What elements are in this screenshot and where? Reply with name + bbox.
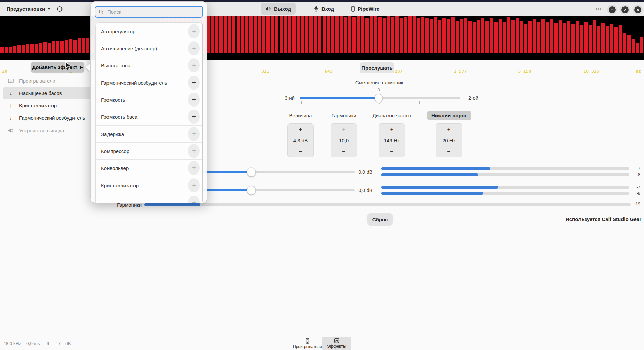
reset-button[interactable]: Сброс — [367, 213, 393, 226]
level-meter-fill — [381, 173, 478, 176]
spin-minus-button[interactable]: − — [288, 146, 313, 157]
spin-plus-button[interactable]: + — [331, 124, 357, 135]
add-effect-button[interactable]: Добавить эффект ▶ — [31, 62, 84, 72]
add-plugin-button[interactable]: + — [188, 41, 200, 55]
spectrum-bar — [438, 20, 442, 53]
spectrum-bar — [468, 21, 472, 53]
slider-tick — [341, 101, 341, 104]
presets-label: Предустановки — [7, 6, 45, 12]
close-button[interactable] — [633, 5, 643, 15]
spectrum-bar — [262, 16, 266, 53]
add-plugin-button[interactable]: + — [188, 178, 200, 192]
gain-value: 0,0 dB — [336, 169, 372, 175]
gain-slider-handle[interactable] — [247, 186, 256, 195]
tab-pipewire[interactable]: PipeWire — [347, 3, 384, 15]
tab-выход[interactable]: Выход — [261, 3, 296, 15]
spectrum-bar — [86, 38, 90, 53]
status-item: 48,0 kHz — [3, 341, 21, 346]
gain-slider-handle[interactable] — [247, 168, 256, 177]
bottom-tab-players[interactable]: Проигрыватели — [288, 337, 327, 350]
add-plugin-button[interactable]: + — [188, 76, 200, 90]
bottom-tab-label: Эффекты — [327, 344, 346, 349]
effect-list: Авторегулятор+Антишипение (деэссер)+Высо… — [95, 22, 203, 203]
listen-button[interactable]: Прослушать — [360, 62, 394, 73]
bottom-tab-effects[interactable]: Эффекты — [322, 337, 351, 350]
spectrum-bar — [39, 43, 42, 53]
spectrum-bar — [481, 18, 485, 53]
device-icon — [351, 6, 355, 12]
spectrum-bar — [636, 43, 639, 53]
slider-tick — [301, 101, 302, 104]
spin-value[interactable]: 10,0 — [331, 135, 357, 146]
spinbox: +4,3 dB− — [287, 123, 314, 157]
add-plugin-button[interactable]: + — [188, 127, 200, 141]
spectrum-bar — [352, 17, 356, 53]
tab-вход[interactable]: Вход — [309, 3, 339, 15]
add-plugin-button[interactable]: + — [188, 144, 200, 158]
param-toggle-button[interactable]: Нижний порог — [427, 111, 471, 120]
spin-value[interactable]: 4,3 dB — [288, 135, 313, 146]
spectrum-bar — [301, 16, 304, 53]
spectrum-bar — [30, 44, 34, 53]
spectrum-bar — [537, 22, 541, 53]
add-plugin-button[interactable]: + — [188, 93, 200, 107]
popover-arrow — [85, 63, 90, 72]
scrollbar[interactable] — [202, 24, 203, 202]
sidebar-item-label: Насыщение басов — [19, 90, 62, 96]
spin-plus-button[interactable]: + — [379, 124, 405, 135]
spectrum-bar — [271, 16, 274, 53]
effect-name: Антишипение (деэссер) — [101, 46, 157, 51]
presets-menu-button[interactable]: Предустановки ▾ — [5, 4, 52, 14]
status-item: -6 — [45, 341, 49, 346]
spectrum-bar — [442, 18, 446, 53]
spin-plus-button[interactable]: + — [436, 124, 462, 135]
spectrum-bar — [576, 21, 579, 53]
spectrum-bar — [215, 16, 218, 53]
spectrum-bar — [26, 44, 30, 53]
spectrum-bar — [211, 16, 214, 53]
spin-value[interactable]: 20 Hz — [436, 135, 462, 146]
tab-label: PipeWire — [358, 6, 379, 12]
search-input[interactable]: Поиск — [95, 6, 203, 18]
maximize-button[interactable] — [620, 5, 630, 15]
menu-icon[interactable]: ⋯ — [594, 4, 604, 14]
freq-label: 5 158 — [518, 69, 531, 74]
spectrum-bar — [593, 20, 596, 53]
effect-name: Компрессор — [101, 148, 129, 154]
spectrum-bar — [485, 21, 489, 53]
add-plugin-button[interactable]: + — [188, 58, 200, 72]
spin-minus-button[interactable]: − — [331, 146, 357, 157]
level-meter-value: -7 — [630, 166, 640, 171]
spectrum-bar — [78, 38, 81, 53]
spectrum-bar — [254, 16, 257, 53]
add-plugin-button[interactable]: + — [188, 196, 200, 203]
spin-minus-button[interactable]: − — [436, 146, 462, 157]
spin-plus-button[interactable]: + — [288, 124, 313, 135]
minimize-icon — [609, 6, 616, 13]
spectrum-bar — [258, 16, 261, 53]
effect-name: Громкость баса — [101, 114, 137, 120]
spectrum-bar — [378, 17, 382, 53]
spectrum-bar — [395, 16, 399, 53]
status-item: dB — [65, 341, 71, 346]
bypass-icon[interactable] — [55, 5, 64, 13]
spin-value[interactable]: 149 Hz — [379, 135, 405, 146]
spectrum-bar — [60, 41, 64, 53]
spectrum-bar — [318, 16, 321, 53]
spectrum-bar — [477, 20, 480, 53]
add-plugin-button[interactable]: + — [188, 24, 200, 38]
freq-label: 2 577 — [454, 69, 467, 74]
minimize-button[interactable] — [607, 5, 617, 15]
spinbox: +149 Hz− — [379, 123, 405, 157]
spin-minus-button[interactable]: − — [379, 146, 405, 157]
harmonics-mix-value: 0 — [377, 87, 380, 92]
spectrum-bar — [9, 47, 12, 53]
effect-row: Высота тона+ — [96, 57, 203, 74]
harmonics-mix-handle[interactable] — [375, 94, 383, 102]
sidebar-item-label: Проигрыватели — [19, 78, 55, 84]
add-plugin-button[interactable]: + — [188, 161, 200, 175]
add-plugin-button[interactable]: + — [188, 110, 200, 124]
spectrum-bar — [22, 45, 25, 53]
spectrum-bar — [288, 16, 291, 53]
spectrum-bar — [503, 22, 506, 53]
